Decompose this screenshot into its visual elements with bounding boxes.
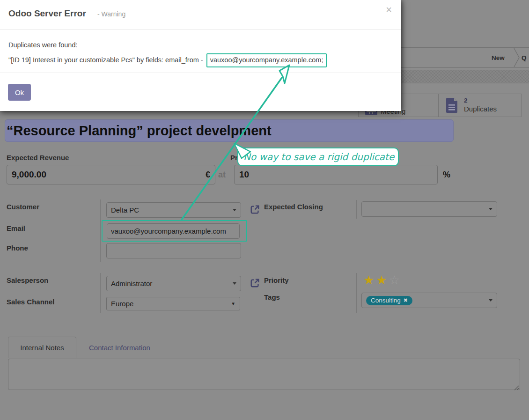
currency-symbol: €: [206, 170, 210, 180]
tab-contact-information-label: Contact Information: [89, 344, 150, 352]
stage-new[interactable]: New: [481, 48, 515, 67]
star-icon[interactable]: ★: [376, 273, 389, 287]
separator: [356, 200, 357, 219]
separator: [356, 273, 357, 313]
salesperson-value: Administrator: [111, 280, 230, 287]
tag-pill: Consulting ✖: [366, 296, 412, 305]
customer-label: Customer: [7, 203, 39, 211]
stage-chevron-icon: [513, 48, 521, 69]
duplicate-email-highlight: vauxoo@yourcompany.example.com;: [206, 53, 327, 67]
dialog-message-line1: Duplicates were found:: [8, 41, 78, 49]
select-arrow-icon: ▼: [231, 301, 235, 306]
customer-value: Delta PC: [111, 206, 230, 214]
lead-title-input[interactable]: “Resource Planning” project develpment: [7, 119, 272, 142]
internal-notes-textarea[interactable]: [8, 359, 520, 390]
dialog-header: Odoo Server Error - Warning ×: [0, 0, 401, 29]
dialog-message-line2: "[ID 19] Interest in your customizable P…: [8, 53, 327, 67]
annotation-text: No way to save a rigid duplicate: [243, 151, 394, 162]
salesperson-field[interactable]: Administrator: [106, 276, 241, 291]
duplicates-button[interactable]: 2 Duplicates: [438, 94, 522, 117]
duplicates-label: Duplicates: [464, 105, 497, 113]
tags-label: Tags: [264, 293, 280, 301]
tag-label: Consulting: [371, 297, 401, 304]
external-link-icon[interactable]: [250, 278, 260, 288]
priority-label: Priority: [264, 276, 289, 284]
email-input[interactable]: [107, 223, 240, 239]
phone-input[interactable]: [106, 243, 241, 258]
error-dialog: Odoo Server Error - Warning × Duplicates…: [0, 0, 401, 111]
sales-channel-select[interactable]: Europe ▼: [106, 297, 240, 310]
close-icon[interactable]: ×: [386, 5, 392, 15]
at-label: at: [218, 165, 226, 184]
star-icon[interactable]: ★: [363, 273, 376, 287]
stage-new-label: New: [492, 54, 505, 61]
expected-revenue-value: 9,000.00: [12, 169, 206, 180]
expected-closing-field[interactable]: [361, 201, 497, 217]
separator: [100, 273, 101, 313]
dialog-title: Odoo Server Error: [8, 8, 86, 19]
customer-field[interactable]: Delta PC: [106, 202, 241, 218]
separator: [100, 199, 101, 262]
dialog-warning-suffix: - Warning: [97, 10, 125, 18]
ok-button[interactable]: Ok: [8, 84, 31, 101]
priority-stars[interactable]: ★★☆: [363, 273, 402, 287]
star-icon[interactable]: ☆: [389, 273, 402, 287]
dialog-footer-divider: [0, 73, 401, 73]
expected-revenue-label: Expected Revenue: [7, 154, 69, 162]
external-link-icon[interactable]: [250, 204, 260, 214]
document-icon: [446, 97, 459, 115]
salesperson-label: Salesperson: [7, 276, 48, 284]
bubble-tail: [233, 142, 254, 163]
expected-revenue-input[interactable]: 9,000.00 €: [7, 165, 215, 184]
stage-next-label: Q: [522, 54, 527, 61]
annotation-bubble: No way to save a rigid duplicate: [237, 147, 399, 166]
stage-next[interactable]: Q: [522, 48, 527, 67]
chevron-down-icon: [233, 282, 236, 285]
phone-label: Phone: [7, 244, 28, 252]
sales-channel-label: Sales Channel: [7, 298, 55, 306]
probability-input[interactable]: 10: [234, 165, 438, 184]
percent-symbol: %: [443, 165, 450, 184]
email-label: Email: [7, 224, 25, 232]
dialog-message-prefix: "[ID 19] Interest in your customizable P…: [8, 56, 203, 64]
page: New Q Meeting: [0, 0, 529, 420]
chevron-down-icon: [489, 299, 492, 302]
expected-closing-label: Expected Closing: [264, 203, 323, 211]
duplicates-count: 2: [464, 97, 468, 104]
chevron-down-icon: [233, 209, 236, 211]
sales-channel-value: Europe: [111, 300, 228, 308]
tab-internal-notes[interactable]: Internal Notes: [8, 337, 76, 358]
probability-value: 10: [239, 169, 433, 180]
tab-contact-information[interactable]: Contact Information: [80, 337, 160, 358]
chevron-down-icon: [489, 208, 492, 210]
tag-remove-icon[interactable]: ✖: [404, 297, 408, 303]
tab-internal-notes-label: Internal Notes: [20, 344, 64, 352]
tags-field[interactable]: Consulting ✖: [361, 293, 497, 308]
